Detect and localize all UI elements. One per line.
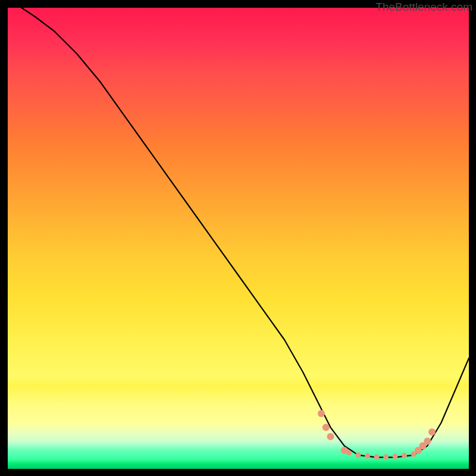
- chart-plot-area: [8, 8, 469, 469]
- highlight-dot: [424, 438, 431, 445]
- bottleneck-curve-line: [21, 8, 469, 458]
- highlight-dot: [356, 452, 361, 458]
- highlight-dot: [374, 454, 380, 459]
- highlight-dot: [365, 453, 370, 459]
- highlight-dot: [393, 454, 398, 459]
- highlight-dot: [346, 450, 352, 455]
- watermark-text: TheBottleneck.com: [375, 1, 472, 14]
- highlight-dot: [327, 433, 334, 440]
- highlight-dot: [428, 428, 436, 436]
- chart-container: TheBottleneck.com: [0, 0, 476, 476]
- highlight-dot: [318, 410, 325, 417]
- chart-svg: [8, 8, 469, 469]
- highlight-dot: [402, 453, 407, 458]
- highlight-dot: [383, 454, 389, 459]
- highlight-dot: [322, 424, 330, 431]
